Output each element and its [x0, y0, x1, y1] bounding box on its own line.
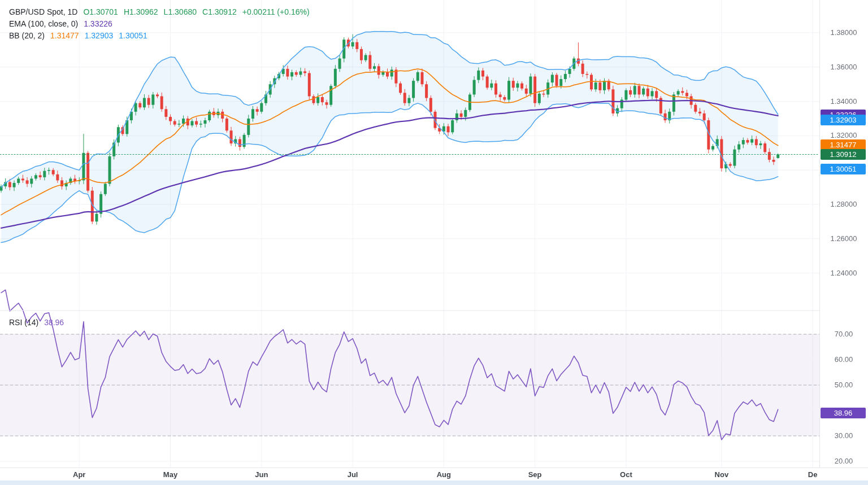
bb-legend-upper: 1.32903 — [85, 31, 114, 40]
month-label: Sep — [524, 470, 546, 479]
rsi-tick: 20.00 — [819, 457, 868, 466]
rsi-legend: RSI (14) 38.96 — [9, 316, 64, 328]
price-tick: 1.24000 — [819, 269, 868, 278]
ohlc-low: L1.30680 — [164, 7, 197, 16]
symbol-legend-row: GBP/USD Spot, 1D O1.30701 H1.30962 L1.30… — [9, 6, 310, 18]
price-tick: 1.28000 — [819, 200, 868, 209]
month-label: Oct — [615, 470, 637, 479]
rsi-tick: 30.00 — [819, 431, 868, 440]
rsi-legend-value: 38.96 — [44, 318, 64, 327]
ohlc-high: H1.30962 — [124, 7, 158, 16]
price-tag: 1.32903 — [821, 115, 866, 125]
rsi-legend-label: RSI (14) — [9, 318, 38, 327]
price-tick: 1.36000 — [819, 63, 868, 72]
rsi-tag: 38.96 — [821, 408, 866, 418]
price-tick: 1.34000 — [819, 97, 868, 106]
rsi-tick: 50.00 — [819, 381, 868, 390]
price-tick: 1.26000 — [819, 234, 868, 243]
ohlc-change: +0.00211 (+0.16%) — [242, 7, 310, 16]
bb-legend-basis: 1.31477 — [50, 31, 79, 40]
rsi-tick: 60.00 — [819, 355, 868, 364]
ema-legend-row: EMA (100, close, 0) 1.33226 — [9, 18, 310, 29]
month-label: Aug — [432, 470, 455, 479]
month-label: Jul — [341, 470, 364, 479]
bb-legend-lower: 1.30051 — [119, 31, 147, 40]
price-tick: 1.32000 — [819, 131, 868, 140]
month-label: May — [159, 470, 182, 479]
rsi-tick: 70.00 — [819, 330, 868, 339]
trading-chart: GBP/USD Spot, 1D O1.30701 H1.30962 L1.30… — [0, 0, 868, 485]
chart-canvas[interactable] — [0, 0, 868, 485]
rsi-legend-row: RSI (14) 38.96 — [9, 316, 64, 328]
bb-legend-label: BB (20, 2) — [9, 31, 45, 40]
price-scale[interactable]: 1.380001.360001.340001.320001.280001.260… — [819, 0, 868, 312]
ohlc-close: C1.30912 — [202, 7, 237, 16]
ohlc-open: O1.30701 — [83, 7, 118, 16]
price-tag: 1.30912 — [821, 149, 866, 160]
month-label: De — [801, 470, 824, 479]
month-label: Apr — [68, 470, 90, 479]
price-tag: 1.31477 — [821, 139, 866, 150]
price-tick: 1.38000 — [819, 28, 868, 37]
bb-legend-row: BB (20, 2) 1.31477 1.32903 1.30051 — [9, 29, 310, 41]
symbol-title: GBP/USD Spot, 1D — [9, 7, 77, 16]
rsi-scale[interactable]: 70.0060.0050.0030.0020.0038.96 — [819, 312, 868, 467]
price-tag: 1.30051 — [821, 164, 866, 174]
symbol-legend: GBP/USD Spot, 1D O1.30701 H1.30962 L1.30… — [9, 6, 310, 41]
month-label: Jun — [250, 470, 273, 479]
time-scale[interactable]: AprMayJunJulAugSepOctNovDe — [0, 467, 868, 480]
ema-legend-label: EMA (100, close, 0) — [9, 19, 78, 28]
month-label: Nov — [710, 470, 733, 479]
ema-legend-value: 1.33226 — [84, 19, 112, 28]
